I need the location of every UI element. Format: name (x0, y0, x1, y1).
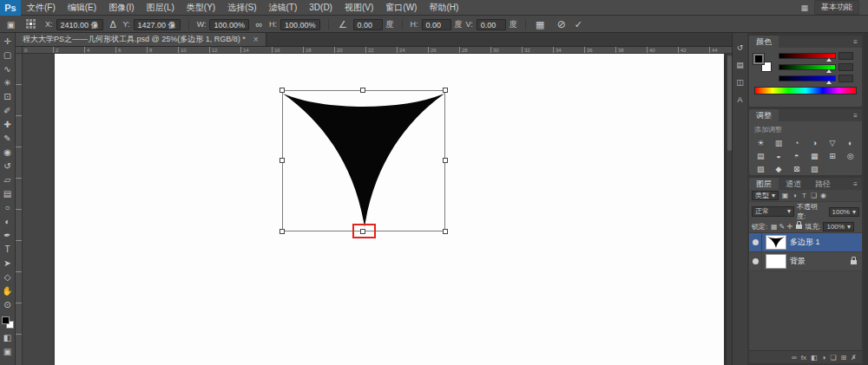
menu-item[interactable]: 视图(V) (339, 0, 379, 16)
lock-all-icon[interactable] (796, 225, 802, 229)
visibility-toggle[interactable] (749, 233, 762, 251)
filter-pixel-icon[interactable]: ▣ (780, 192, 790, 199)
path-selection-tool[interactable]: ➤ (0, 257, 16, 270)
filter-adjustment-icon[interactable]: ◑ (790, 192, 799, 199)
menu-item[interactable]: 类型(Y) (181, 0, 221, 16)
menu-item[interactable]: 3D(D) (303, 0, 339, 16)
foreground-color-well[interactable] (753, 54, 764, 64)
panel-menu-icon[interactable]: ≡ (853, 112, 862, 120)
green-slider-knob[interactable] (826, 69, 832, 73)
crop-tool[interactable]: ⊡ (0, 90, 16, 104)
link-dimensions-icon[interactable]: ∞ (253, 19, 266, 29)
reference-point-locator[interactable] (26, 19, 36, 29)
blue-value-field[interactable] (838, 75, 853, 82)
panel-menu-icon[interactable]: ≡ (853, 38, 862, 46)
menu-item[interactable]: 窗口(W) (379, 0, 423, 16)
lock-position-icon[interactable]: ✛ (786, 223, 793, 231)
red-value-field[interactable] (838, 52, 853, 60)
foreground-background-swatches[interactable] (2, 316, 14, 329)
zoom-tool[interactable]: ⊙ (0, 298, 16, 312)
quick-selection-tool[interactable]: ✳ (0, 76, 16, 90)
filter-type-icon[interactable]: T (799, 192, 809, 199)
relative-position-icon[interactable]: Δ (107, 19, 120, 29)
selective-color-icon[interactable]: ▨ (806, 164, 823, 174)
height-input[interactable]: 100.00% (280, 19, 320, 30)
shape-tool[interactable]: ◇ (0, 270, 16, 284)
transform-handle-top-right[interactable] (443, 88, 448, 93)
tab-channels[interactable]: 通道 (779, 178, 808, 190)
hand-tool[interactable]: ✋ (0, 284, 16, 298)
layer-style-icon[interactable]: fx (801, 354, 806, 362)
workspace-switcher[interactable]: 基本功能 (814, 0, 859, 15)
menu-item[interactable]: 图像(I) (102, 0, 140, 16)
document-tab[interactable]: 程大大学PS之——几何形状工具.psd @ 25%(多边形 1, RGB/8) … (16, 33, 266, 46)
menu-item[interactable]: 文件(F) (21, 0, 62, 16)
blue-slider[interactable] (779, 75, 836, 81)
menu-item[interactable]: 编辑(E) (62, 0, 102, 16)
transform-handle-top-center[interactable] (360, 88, 365, 93)
levels-icon[interactable]: ▥ (771, 138, 787, 148)
delete-layer-icon[interactable]: ✗ (851, 354, 857, 362)
hue-saturation-icon[interactable]: ◐ (842, 138, 858, 148)
pen-tool[interactable]: ✒ (0, 229, 16, 243)
transform-handle-middle-right[interactable] (443, 158, 448, 163)
clone-stamp-tool[interactable]: ◉ (0, 146, 16, 160)
vertical-scrollbar[interactable] (726, 54, 732, 365)
link-layers-icon[interactable]: ∞ (792, 354, 797, 362)
rotate-input[interactable]: 0.00 (353, 19, 383, 30)
green-value-field[interactable] (838, 63, 853, 71)
commit-transform-icon[interactable]: ✓ (575, 19, 582, 30)
black-white-icon[interactable]: ◒ (771, 151, 787, 161)
curves-icon[interactable]: ◔ (788, 138, 805, 148)
foreground-color-swatch[interactable] (2, 316, 10, 324)
green-slider[interactable] (779, 64, 836, 70)
quick-mask-icon[interactable]: ◧ (0, 331, 16, 345)
filter-smart-icon[interactable]: ◉ (819, 192, 828, 199)
color-balance-icon[interactable]: ▤ (753, 151, 769, 161)
vertical-ruler[interactable] (16, 54, 23, 365)
fill-dropdown[interactable]: 100% ▾ (823, 222, 853, 231)
color-spectrum-bar[interactable] (754, 87, 857, 95)
layer-filter-dropdown[interactable]: 类型 ▾ (752, 191, 779, 200)
invert-icon[interactable]: ◎ (842, 151, 858, 161)
threshold-icon[interactable]: ◆ (771, 164, 787, 174)
opacity-dropdown[interactable]: 100% ▾ (829, 207, 859, 217)
workspace-grid-icon[interactable]: ▦ (800, 3, 808, 12)
red-slider-knob[interactable] (826, 58, 832, 62)
move-tool[interactable]: ✛ (0, 35, 16, 49)
type-tool[interactable]: T (0, 243, 16, 257)
brush-tool[interactable]: ✎ (0, 132, 16, 146)
tab-paths[interactable]: 路径 (808, 178, 838, 190)
menu-item[interactable]: 选择(S) (221, 0, 262, 16)
screen-mode-icon[interactable]: ▣ (0, 345, 16, 359)
color-swatch-pair[interactable] (753, 54, 774, 75)
add-layer-mask-icon[interactable]: ◧ (811, 354, 818, 362)
tab-color[interactable]: 颜色 (749, 36, 779, 48)
layer-thumbnail[interactable] (766, 254, 786, 269)
transform-handle-bottom-right[interactable] (443, 229, 448, 234)
color-lookup-icon[interactable]: ⊞ (825, 151, 841, 161)
cancel-transform-icon[interactable]: ⊘ (557, 18, 566, 30)
y-input[interactable]: 1427.00 像 (134, 19, 181, 30)
brightness-contrast-icon[interactable]: ☀ (753, 138, 769, 148)
eraser-tool[interactable]: ▱ (0, 173, 16, 187)
blend-mode-dropdown[interactable]: 正常 ▾ (752, 206, 794, 217)
new-group-icon[interactable]: ❏ (830, 354, 836, 362)
v-skew-input[interactable]: 0.00 (477, 19, 506, 30)
filter-shape-icon[interactable]: ❏ (809, 192, 819, 199)
rectangular-marquee-tool[interactable]: ▢ (0, 49, 16, 62)
eyedropper-tool[interactable]: ✐ (0, 104, 16, 118)
lock-pixels-icon[interactable]: ✎ (778, 223, 786, 231)
new-adjustment-layer-icon[interactable]: ◑ (822, 354, 826, 362)
transform-handle-middle-left[interactable] (279, 158, 285, 163)
lock-transparent-icon[interactable]: ▦ (770, 223, 778, 231)
horizontal-ruler[interactable]: 0246810121416182022242628303234363840424… (23, 47, 732, 54)
visibility-toggle[interactable] (749, 252, 762, 270)
menu-item[interactable]: 滤镜(T) (263, 0, 304, 16)
vibrance-icon[interactable]: ▽ (825, 138, 841, 148)
history-brush-tool[interactable]: ↺ (0, 160, 16, 173)
channel-mixer-icon[interactable]: ▦ (806, 151, 823, 161)
x-input[interactable]: 2410.00 像 (56, 19, 103, 30)
new-layer-icon[interactable]: ⊞ (841, 354, 847, 362)
posterize-icon[interactable]: ▧ (753, 164, 769, 174)
